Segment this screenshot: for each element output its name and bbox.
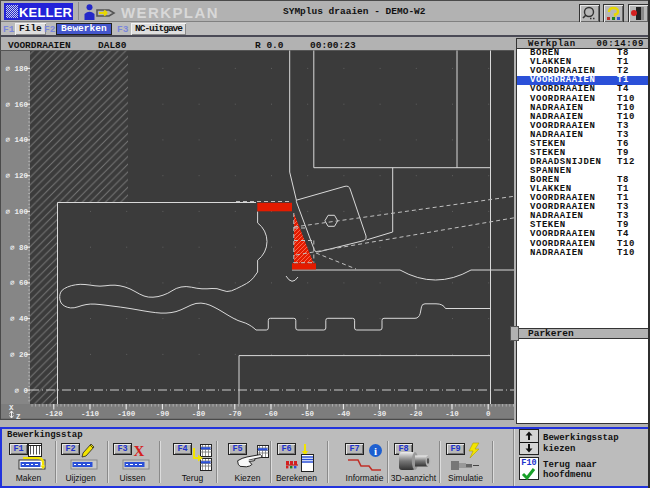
svg-text:-100: -100 (117, 410, 136, 418)
svg-text:-40: -40 (337, 410, 351, 418)
svg-text:⌀ 40: ⌀ 40 (10, 315, 29, 323)
svg-text:-80: -80 (192, 410, 206, 418)
svg-text:Z: Z (16, 413, 21, 421)
svg-text:⌀ 80: ⌀ 80 (10, 244, 29, 252)
svg-text:X: X (134, 443, 145, 458)
svg-text:⌀ 180: ⌀ 180 (5, 65, 28, 73)
svg-text:-70: -70 (228, 410, 242, 418)
svg-text:-20: -20 (409, 410, 423, 418)
svg-text:-50: -50 (300, 410, 314, 418)
svg-text:⌀ 140: ⌀ 140 (5, 136, 28, 144)
svg-text:VOORDRAAIEN: VOORDRAAIEN (8, 40, 71, 51)
svg-text:-90: -90 (156, 410, 170, 418)
svg-text:⌀ 120: ⌀ 120 (5, 172, 28, 180)
svg-text:-10: -10 (445, 410, 459, 418)
svg-text:i: i (374, 445, 377, 457)
svg-text:⌀ 20: ⌀ 20 (10, 351, 29, 359)
svg-text:-110: -110 (81, 410, 100, 418)
svg-text:⌀ 160: ⌀ 160 (5, 101, 28, 109)
svg-text:-60: -60 (264, 410, 278, 418)
svg-text:⌀ 60: ⌀ 60 (10, 279, 29, 287)
svg-text:⌀ 100: ⌀ 100 (5, 208, 28, 216)
svg-text:-30: -30 (373, 410, 387, 418)
svg-text:0: 0 (486, 410, 491, 418)
svg-text:⌀ 0: ⌀ 0 (14, 387, 28, 395)
svg-text:00:00:23: 00:00:23 (310, 40, 356, 51)
svg-text:X: X (9, 404, 14, 412)
svg-text:DAL80: DAL80 (98, 40, 127, 51)
svg-text:R 0.0: R 0.0 (255, 40, 284, 51)
svg-text:-120: -120 (45, 410, 64, 418)
